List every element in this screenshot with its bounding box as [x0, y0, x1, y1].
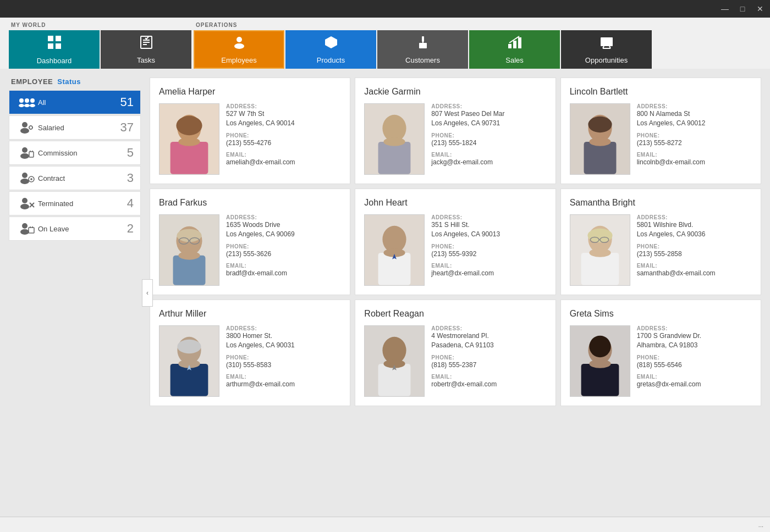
operations-label: OPERATIONS	[194, 22, 652, 30]
employee-card[interactable]: Brad Farkus ADDRESS: 1635 Woods DriveLos…	[150, 189, 350, 295]
tile-products[interactable]: Products	[285, 30, 376, 69]
sidebar-item-salaried[interactable]: Salaried 37	[9, 115, 141, 140]
svg-point-24	[19, 104, 24, 107]
opportunities-icon	[600, 35, 614, 53]
address-field: ADDRESS: 351 S Hill St.Los Angeles, CA 9…	[431, 214, 546, 239]
main-area: EMPLOYEE Status All 51 Salaried 37 Commi…	[0, 69, 770, 517]
myworld-label: MY WORLD	[9, 22, 191, 30]
card-body: ADDRESS: 351 S Hill St.Los Angeles, CA 9…	[364, 214, 546, 286]
bottom-bar: ...	[0, 517, 770, 532]
svg-rect-83	[581, 253, 619, 285]
card-details: ADDRESS: 5801 Wilshire Blvd.Los Angeles,…	[637, 214, 752, 286]
tile-employees[interactable]: Employees	[194, 30, 284, 69]
svg-rect-12	[419, 43, 427, 48]
sidebar-item-all[interactable]: All 51	[9, 90, 141, 114]
email-label: EMAIL:	[226, 374, 341, 380]
svg-point-23	[30, 98, 35, 103]
employee-photo	[570, 325, 630, 397]
sidebar-header: EMPLOYEE Status	[9, 77, 141, 86]
email-value: samanthab@dx-email.com	[637, 269, 716, 277]
address-label: ADDRESS:	[637, 214, 752, 220]
address-value: 800 N Alameda StLos Angeles, CA 90012	[637, 110, 706, 127]
phone-label: PHONE:	[637, 354, 752, 361]
svg-point-9	[234, 43, 244, 49]
phone-field: PHONE: (818) 555-6546	[637, 354, 752, 370]
employee-photo	[364, 325, 425, 397]
tile-customers[interactable]: Customers	[377, 30, 468, 69]
cards-area[interactable]: Amelia Harper ADDRESS: 527 W 7th StLos A…	[150, 77, 761, 508]
svg-point-57	[178, 137, 200, 146]
sidebar-item-on-leave[interactable]: On Leave 2	[9, 217, 141, 241]
svg-point-55	[176, 116, 202, 135]
sidebar-wrapper: EMPLOYEE Status All 51 Salaried 37 Commi…	[9, 77, 141, 508]
sidebar-item-terminated[interactable]: Terminated 4	[9, 191, 141, 215]
svg-rect-2	[48, 43, 53, 49]
phone-value: (213) 555-4276	[226, 139, 271, 147]
phone-label: PHONE:	[226, 243, 341, 250]
employee-card[interactable]: Jackie Garmin ADDRESS: 807 West Paseo De…	[355, 77, 556, 184]
email-field: EMAIL: jheart@dx-email.com	[431, 263, 546, 278]
close-button[interactable]: ✕	[755, 4, 766, 13]
card-details: ADDRESS: 807 West Paseo Del MarLos Angel…	[431, 103, 546, 175]
email-label: EMAIL:	[637, 263, 752, 269]
email-value: robertr@dx-email.com	[431, 380, 497, 388]
products-icon	[324, 35, 338, 53]
svg-point-34	[22, 147, 28, 153]
employee-card[interactable]: Robert Reagan ADDRESS: 4 Westmoreland Pl…	[355, 300, 556, 406]
phone-value: (213) 555-9392	[431, 250, 476, 258]
employee-name: Arthur Miller	[159, 309, 341, 319]
card-details: ADDRESS: 527 W 7th StLos Angeles, CA 900…	[226, 103, 341, 175]
phone-value: (213) 555-1824	[431, 139, 476, 147]
phone-field: PHONE: (213) 555-2858	[637, 243, 752, 259]
sidebar-item-contract[interactable]: Contract 3	[9, 166, 141, 190]
phone-field: PHONE: (213) 555-8272	[637, 132, 752, 148]
svg-point-90	[177, 340, 201, 354]
maximize-button[interactable]: □	[737, 4, 748, 13]
employee-name: Greta Sims	[570, 309, 752, 319]
card-details: ADDRESS: 800 N Alameda StLos Angeles, CA…	[637, 103, 752, 175]
email-field: EMAIL: lincolnb@dx-email.com	[637, 152, 752, 167]
svg-point-49	[20, 229, 29, 235]
employee-card[interactable]: Greta Sims ADDRESS: 1700 S Grandview Dr.…	[560, 300, 761, 406]
employee-photo	[570, 103, 630, 175]
address-field: ADDRESS: 1700 S Grandview Dr.Alhambra, C…	[637, 325, 752, 350]
card-body: ADDRESS: 5801 Wilshire Blvd.Los Angeles,…	[570, 214, 752, 286]
tile-opportunities[interactable]: Opportunities	[561, 30, 652, 69]
email-field: EMAIL: ameliah@dx-email.com	[226, 152, 341, 167]
sidebar-count-salaried: 37	[120, 120, 134, 135]
employee-card[interactable]: Samantha Bright ADDRESS: 5801 Wilshire B…	[560, 189, 761, 295]
collapse-button[interactable]: ‹	[142, 279, 153, 307]
email-value: jackg@dx-email.com	[431, 158, 493, 166]
sidebar-count-contract: 3	[127, 171, 134, 185]
svg-rect-16	[518, 37, 521, 48]
tile-sales[interactable]: Sales	[469, 30, 560, 69]
email-label: EMAIL:	[226, 152, 341, 158]
sidebar-count-on-leave: 2	[127, 221, 134, 236]
phone-label: PHONE:	[637, 243, 752, 250]
tasks-label: Tasks	[137, 56, 155, 64]
employee-card[interactable]: John Heart ADDRESS: 351 S Hill St.Los An…	[355, 189, 556, 295]
employee-card[interactable]: Lincoln Bartlett ADDRESS: 800 N Alameda …	[560, 77, 761, 184]
customers-tile-label: Customers	[405, 56, 440, 64]
card-body: ADDRESS: 1700 S Grandview Dr.Alhambra, C…	[570, 325, 752, 397]
employee-card[interactable]: Arthur Miller ADDRESS: 3800 Homer St.Los…	[150, 300, 350, 406]
minimize-button[interactable]: —	[719, 4, 730, 13]
svg-point-45	[20, 204, 29, 209]
email-value: arthurm@dx-email.com	[226, 380, 295, 388]
address-value: 4 Westmoreland Pl.Pasadena, CA 91103	[431, 332, 493, 349]
tile-dashboard[interactable]: Dashboard	[9, 30, 100, 69]
svg-point-103	[589, 359, 610, 368]
card-body: ADDRESS: 1635 Woods DriveLos Angeles, CA…	[159, 214, 341, 286]
employee-photo	[159, 325, 219, 397]
phone-field: PHONE: (213) 555-3626	[226, 243, 341, 259]
svg-rect-60	[378, 142, 411, 174]
tile-tasks[interactable]: Tasks	[101, 30, 191, 69]
phone-label: PHONE:	[431, 132, 546, 138]
svg-point-28	[20, 128, 29, 134]
svg-point-84	[589, 248, 610, 257]
address-field: ADDRESS: 800 N Alameda StLos Angeles, CA…	[637, 103, 752, 128]
sidebar-item-commission[interactable]: Commission 5	[9, 141, 141, 165]
email-field: EMAIL: samanthab@dx-email.com	[637, 263, 752, 278]
employee-card[interactable]: Amelia Harper ADDRESS: 527 W 7th StLos A…	[150, 77, 350, 184]
employee-photo	[570, 214, 630, 286]
